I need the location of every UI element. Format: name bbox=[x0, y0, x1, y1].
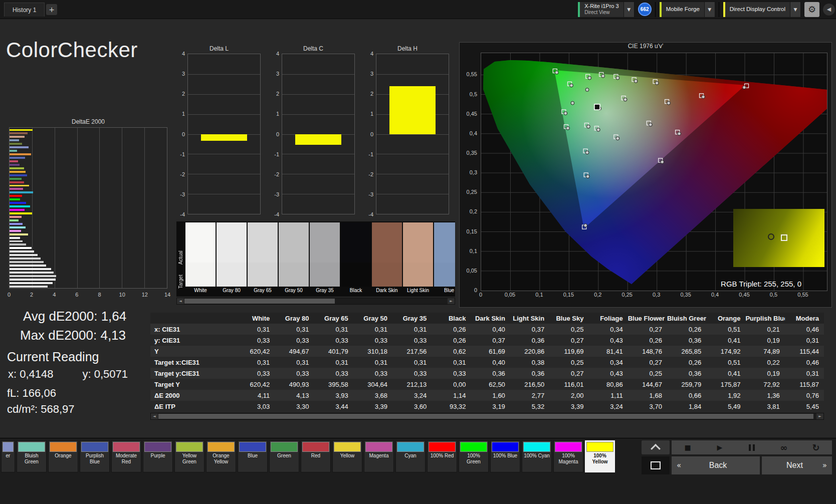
swatch-actual-color bbox=[310, 222, 340, 263]
row-label: Target Y bbox=[150, 381, 236, 388]
axis-tick-label: 0,45 bbox=[739, 292, 749, 298]
patch-label: Cyan bbox=[396, 452, 425, 459]
table-cell: 304,64 bbox=[353, 381, 392, 388]
collapse-arrow-icon[interactable]: ◀ bbox=[823, 4, 835, 16]
chevron-up-button[interactable] bbox=[642, 440, 670, 454]
color-button-100-yellow[interactable]: 100% Yellow bbox=[585, 440, 615, 472]
axis-tick-label: 3 bbox=[370, 71, 373, 77]
table-header-row: WhiteGray 80Gray 65Gray 50Gray 35BlackDa… bbox=[150, 313, 824, 324]
color-button-100-magenta[interactable]: 100% Magenta bbox=[553, 440, 583, 472]
axis-tick-label: 14 bbox=[164, 292, 170, 298]
pause-icon[interactable] bbox=[736, 440, 768, 454]
color-button-orange[interactable]: Orange bbox=[48, 440, 78, 472]
table-cell: 115,87 bbox=[785, 381, 824, 388]
table-cell: 0,37 bbox=[510, 326, 549, 333]
scrollbar-thumb[interactable] bbox=[184, 299, 335, 304]
color-button-orange-yellow[interactable]: Orange Yellow bbox=[206, 440, 236, 472]
color-button-100-blue[interactable]: 100% Blue bbox=[490, 440, 520, 472]
swatch-target-color bbox=[310, 263, 340, 287]
table-scrollbar[interactable]: ◄ ► bbox=[150, 413, 824, 420]
cie-measured-point bbox=[616, 76, 619, 80]
table-cell: 0,19 bbox=[745, 370, 784, 377]
patch-color bbox=[492, 442, 519, 452]
table-cell: 0,31 bbox=[314, 359, 353, 366]
loop-icon[interactable]: ∞ bbox=[768, 440, 800, 454]
workflow-dropdown[interactable]: Direct Display Control ▼ bbox=[723, 2, 801, 18]
add-tab-button[interactable]: + bbox=[46, 4, 57, 15]
cie-measured-point bbox=[661, 160, 664, 164]
table-cell: 0,34 bbox=[588, 326, 628, 333]
scroll-right-icon[interactable]: ► bbox=[448, 298, 455, 304]
axis-tick-label: 0,45 bbox=[467, 111, 477, 117]
next-button[interactable]: Next » bbox=[762, 456, 832, 474]
gridline bbox=[282, 94, 354, 95]
stop-icon[interactable]: ■ bbox=[672, 440, 704, 454]
scroll-left-icon[interactable]: ◄ bbox=[177, 298, 184, 304]
color-button-magenta[interactable]: Magenta bbox=[364, 440, 394, 472]
de-bar bbox=[10, 230, 21, 232]
axis-tick-label: 0 bbox=[276, 131, 279, 137]
color-button-er[interactable]: er bbox=[1, 440, 15, 472]
color-button-red[interactable]: Red bbox=[301, 440, 331, 472]
back-button[interactable]: « Back bbox=[672, 456, 760, 474]
play-icon[interactable]: ▶ bbox=[704, 440, 736, 454]
cie-measured-point bbox=[678, 132, 681, 135]
axis-tick-label: -2 bbox=[368, 171, 373, 177]
table-cell: 0,33 bbox=[314, 370, 353, 377]
swatch-gray-35: Gray 35 bbox=[310, 222, 340, 297]
scrollbar-thumb[interactable] bbox=[158, 414, 813, 419]
table-cell: 0,31 bbox=[353, 359, 392, 366]
axis-tick-label: 0,35 bbox=[467, 150, 477, 156]
axis-tick-label: 0,3 bbox=[470, 169, 477, 175]
de2000-x-axis: 02468101214 bbox=[9, 292, 167, 299]
axis-tick-label: 2 bbox=[182, 91, 185, 97]
color-button-100-cyan[interactable]: 100% Cyan bbox=[522, 440, 552, 472]
color-button-moderate-red[interactable]: Moderate Red bbox=[111, 440, 141, 472]
row-label: Target x:CIE31 bbox=[150, 359, 236, 366]
swatch-light-skin: Light Skin bbox=[403, 222, 433, 297]
swatch-scrollbar[interactable]: ◄ ► bbox=[176, 298, 455, 305]
color-button-blue[interactable]: Blue bbox=[238, 440, 268, 472]
table-cell: 1,68 bbox=[628, 392, 667, 399]
axis-tick-label: 0,5 bbox=[770, 292, 777, 298]
patch-color bbox=[239, 442, 266, 452]
color-button-100-red[interactable]: 100% Red bbox=[427, 440, 457, 472]
color-button-yellow[interactable]: Yellow bbox=[332, 440, 362, 472]
swatch-actual-color bbox=[434, 222, 455, 263]
chevron-down-icon[interactable]: ▼ bbox=[623, 2, 634, 17]
color-button-100-green[interactable]: 100% Green bbox=[459, 440, 489, 472]
color-button-yellow-green[interactable]: Yellow Green bbox=[174, 440, 204, 472]
scrollbar-track[interactable] bbox=[158, 413, 816, 419]
chevron-down-icon[interactable]: ▼ bbox=[790, 2, 800, 17]
color-button-cyan[interactable]: Cyan bbox=[395, 440, 426, 472]
row-label: ΔE ITP bbox=[150, 403, 236, 410]
color-button-purple[interactable]: Purple bbox=[143, 440, 173, 472]
swatch-gray-65: Gray 65 bbox=[248, 222, 278, 297]
color-button-purplish-blue[interactable]: Purplish Blue bbox=[80, 440, 110, 472]
table-cell: 3,39 bbox=[353, 403, 392, 410]
pattern-window-button[interactable] bbox=[642, 456, 670, 474]
chart-title: Delta L bbox=[176, 45, 262, 54]
scroll-right-icon[interactable]: ► bbox=[816, 413, 823, 419]
scrollbar-track[interactable] bbox=[184, 298, 448, 304]
patch-label: Red bbox=[301, 452, 330, 459]
scroll-left-icon[interactable]: ◄ bbox=[151, 413, 158, 419]
table-cell: 0,36 bbox=[510, 337, 549, 344]
color-button-green[interactable]: Green bbox=[269, 440, 299, 472]
source-dropdown[interactable]: Mobile Forge ▼ bbox=[659, 2, 715, 18]
de-bar bbox=[10, 282, 53, 284]
swatch-label: Light Skin bbox=[403, 287, 433, 296]
gear-icon[interactable]: ⚙ bbox=[804, 2, 819, 17]
patch-color bbox=[334, 442, 361, 452]
table-cell: 490,93 bbox=[275, 381, 314, 388]
tab-history-1[interactable]: History 1 bbox=[4, 3, 45, 17]
meter-dropdown[interactable]: X-Rite i1Pro 3 Direct View ▼ bbox=[577, 2, 634, 18]
table-cell: 216,50 bbox=[510, 381, 549, 388]
chevron-down-icon[interactable]: ▼ bbox=[704, 2, 715, 17]
refresh-icon[interactable]: ↻ bbox=[800, 440, 832, 454]
color-button-bluish-green[interactable]: Bluish Green bbox=[17, 440, 47, 472]
axis-tick-label: 0,1 bbox=[535, 292, 543, 298]
axis-tick-label: -1 bbox=[180, 151, 185, 157]
gridline bbox=[188, 114, 260, 115]
patch-color bbox=[302, 442, 329, 452]
